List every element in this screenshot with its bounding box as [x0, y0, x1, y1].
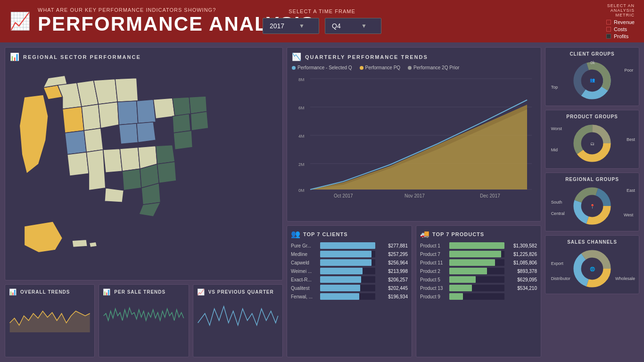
client-bar-3: [320, 268, 363, 274]
vs-previous-header: 📈 VS PREVIOUS QUARTER: [197, 288, 279, 296]
product-groups-label-mid: Mid: [551, 148, 558, 152]
map-container: [10, 65, 278, 263]
metric-costs-label: Costs: [614, 26, 627, 32]
client-groups-panel: CLIENT GROUPS 👥 0k Poor Top: [545, 47, 639, 106]
client-bar-5: [320, 285, 360, 291]
product-name-2: Product 11: [420, 260, 447, 265]
product-value-0: $1,309,582: [506, 243, 537, 248]
product-name-4: Product 5: [420, 277, 447, 282]
regional-groups-label-south: South: [551, 200, 562, 205]
svg-marker-20: [120, 148, 140, 172]
legend-pq: Performance PQ: [360, 65, 400, 70]
metric-costs[interactable]: Costs: [606, 26, 635, 32]
client-value-2: $256,964: [377, 260, 408, 265]
metric-revenue-box: [606, 20, 611, 25]
sales-channels-label-export: Export: [551, 261, 563, 266]
clients-table: Pure Gr... $277,881 Medline $257,295 Cap…: [291, 242, 408, 300]
product-groups-chart: 🗂: [571, 122, 613, 165]
quarter-value: Q4: [332, 22, 341, 30]
overall-trends-header: 📊 OVERALL TRENDS: [9, 288, 91, 296]
svg-marker-12: [84, 128, 103, 152]
client-value-6: $196,934: [377, 294, 408, 299]
product-bar-2: [449, 259, 495, 266]
product-bar-6: [449, 293, 463, 300]
client-row-3: Weimei ... $213,998: [291, 268, 408, 274]
sales-channels-chart: 🌐: [571, 247, 613, 290]
legend-selected-q-label: Performance - Selected Q: [297, 65, 352, 70]
client-bar-container-4: [320, 276, 375, 283]
product-bar-1: [449, 251, 501, 257]
metric-profits[interactable]: Profits: [606, 33, 635, 39]
client-name-2: Capweld: [291, 260, 318, 265]
vs-previous-title: VS PREVIOUS QUARTER: [208, 289, 274, 295]
client-value-5: $202,445: [377, 286, 408, 291]
product-bar-container-1: [449, 251, 504, 257]
overall-trends-chart: [9, 299, 91, 332]
product-row-3: Product 2 $893,378: [420, 268, 537, 274]
product-value-4: $629,095: [506, 277, 537, 282]
client-name-1: Medline: [291, 252, 318, 257]
quarter-dropdown-arrow: ▼: [361, 23, 367, 29]
quarterly-panel-header: 📉 QUARTERLY PERFORMANCE TRENDS: [292, 52, 536, 61]
quarterly-legend: Performance - Selected Q Performance PQ …: [292, 65, 536, 70]
quarter-dropdown[interactable]: Q4 ▼: [325, 18, 381, 34]
metric-revenue-label: Revenue: [614, 19, 635, 25]
product-name-6: Product 9: [420, 294, 447, 299]
legend-2q-prior-label: Performance 2Q Prior: [413, 65, 459, 70]
clients-panel: 👥 TOP 7 CLIENTS Pure Gr... $277,881 Medl…: [287, 225, 412, 357]
regional-groups-chart: 📍: [571, 185, 613, 227]
metric-profits-box: [606, 34, 611, 39]
client-bar-container-5: [320, 285, 375, 291]
sales-channels-label-distributor: Distributor: [551, 276, 570, 281]
clients-header: 👥 TOP 7 CLIENTS: [291, 230, 408, 239]
clients-icon: 👥: [291, 230, 300, 239]
per-sale-trends-title: PER SALE TRENDS: [114, 289, 165, 295]
product-groups-donut: 🗂 Worst Mid Best: [549, 122, 635, 165]
timeframe-label: SELECT A TIME FRAME: [289, 8, 355, 14]
client-row-5: Qualitest $202,445: [291, 285, 408, 291]
svg-marker-37: [89, 242, 97, 247]
svg-text:Oct 2017: Oct 2017: [334, 193, 353, 198]
client-groups-label-poor: Poor: [624, 68, 633, 73]
header: 📈 WHAT ARE OUR KEY PERFORMANCE INDICATOR…: [0, 0, 644, 42]
svg-marker-9: [82, 104, 101, 131]
client-value-0: $277,881: [377, 243, 408, 248]
regional-panel-icon: 📊: [10, 52, 19, 61]
svg-marker-19: [137, 122, 156, 143]
sales-channels-panel: SALES CHANNELS 🌐 Export Distributor Whol…: [545, 235, 639, 294]
quarterly-panel-title: QUARTERLY PERFORMANCE TRENDS: [305, 54, 428, 60]
client-name-6: Fenwal, ...: [291, 294, 318, 299]
svg-marker-50: [310, 105, 527, 189]
per-sale-trends-icon: 📊: [103, 288, 110, 296]
products-icon: 🚚: [420, 230, 429, 239]
svg-marker-8: [63, 107, 84, 133]
vs-previous-chart: [197, 299, 279, 332]
quarterly-chart-area: 8M 6M 4M 2M 0M: [292, 74, 536, 201]
svg-marker-36: [72, 239, 87, 247]
client-bar-container-0: [320, 242, 375, 249]
legend-dot-gray: [408, 66, 412, 70]
product-bar-container-3: [449, 268, 504, 274]
svg-marker-18: [119, 123, 138, 144]
svg-text:👥: 👥: [590, 77, 595, 83]
client-bar-4: [320, 276, 361, 283]
per-sale-trends-chart: [103, 299, 184, 332]
client-name-5: Qualitest: [291, 286, 318, 291]
metric-selector-area: SELECT ANANALYSISMETRIC Revenue Costs Pr…: [606, 0, 635, 42]
regional-panel-header: 📊 REGIONAL SECTOR PERFORMANCE: [10, 52, 278, 61]
svg-marker-34: [105, 188, 124, 202]
svg-marker-17: [137, 99, 156, 123]
metric-revenue[interactable]: Revenue: [606, 19, 635, 25]
client-bar-1: [320, 251, 372, 257]
product-bar-container-2: [449, 259, 504, 266]
regional-groups-donut: 📍 South Central East West: [549, 185, 635, 227]
product-bar-3: [449, 268, 487, 274]
product-row-6: Product 9: [420, 293, 537, 300]
svg-marker-14: [86, 150, 106, 190]
svg-marker-22: [156, 145, 175, 164]
regional-groups-title: REGIONAL GROUPS: [549, 177, 635, 182]
client-row-1: Medline $257,295: [291, 251, 408, 257]
svg-marker-33: [173, 131, 193, 150]
year-dropdown[interactable]: 2017 ▼: [263, 18, 319, 34]
quarterly-chart-svg: 8M 6M 4M 2M 0M: [292, 74, 536, 201]
